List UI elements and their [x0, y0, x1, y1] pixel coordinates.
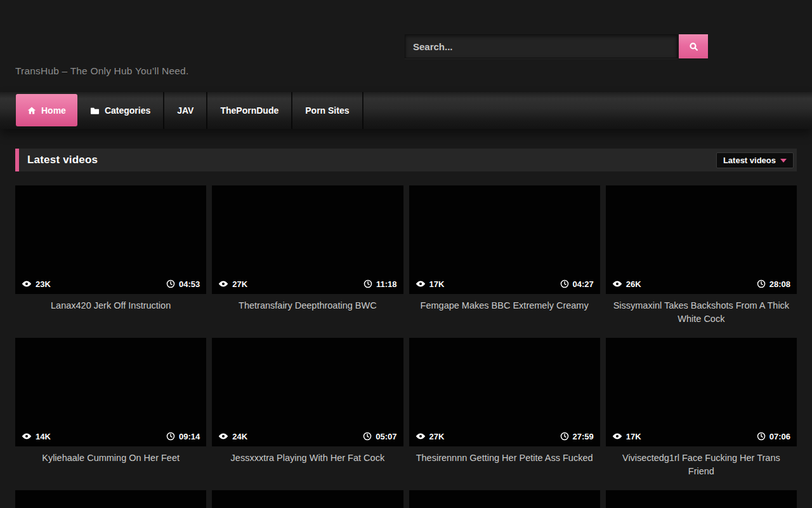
- video-stats: 27K 11:18: [212, 274, 403, 294]
- nav-item-home[interactable]: Home: [16, 94, 77, 126]
- clock-icon: [560, 432, 569, 441]
- main-nav: Home Categories JAV ThePornDude Porn Sit…: [0, 92, 812, 129]
- video-card[interactable]: 26K 28:08 Sissymaxinl Takes Backshots Fr…: [606, 185, 797, 338]
- views-count: 24K: [232, 432, 247, 441]
- video-title[interactable]: Kyliehaale Cumming On Her Feet: [15, 446, 206, 490]
- search-button[interactable]: [679, 34, 708, 58]
- duration-value: 05:07: [376, 432, 396, 441]
- video-card[interactable]: 17K 04:27 Femgape Makes BBC Extremely Cr…: [409, 185, 600, 338]
- video-thumbnail[interactable]: [212, 490, 403, 508]
- duration-stat: 05:07: [363, 432, 396, 441]
- views-stat: 14K: [22, 431, 51, 441]
- video-title[interactable]: Lanax420 Jerk Off Instruction: [15, 294, 206, 338]
- eye-icon: [416, 279, 426, 289]
- video-title[interactable]: Femgape Makes BBC Extremely Creamy: [409, 294, 600, 338]
- video-thumbnail[interactable]: 23K 04:53: [15, 185, 206, 294]
- video-stats: 27K 27:59: [409, 427, 600, 446]
- duration-value: 04:53: [179, 279, 200, 289]
- home-icon: [27, 106, 36, 115]
- folder-icon: [90, 106, 100, 116]
- eye-icon: [218, 431, 228, 441]
- views-stat: 23K: [22, 279, 51, 289]
- views-stat: 27K: [218, 279, 247, 289]
- section-header: Latest videos Latest videos: [15, 149, 797, 171]
- video-thumbnail[interactable]: 17K 07:06: [606, 338, 797, 446]
- duration-value: 28:08: [769, 279, 790, 289]
- video-card[interactable]: 27K 11:18 Thetransfairy Deepthroating BW…: [212, 185, 403, 338]
- video-card[interactable]: 24K 05:07 Jessxxxtra Playing With Her Fa…: [212, 338, 403, 490]
- views-count: 17K: [429, 279, 445, 289]
- nav-item-jav[interactable]: JAV: [164, 92, 207, 129]
- eye-icon: [416, 431, 426, 441]
- video-title[interactable]: Thetransfairy Deepthroating BWC: [212, 294, 403, 338]
- main-content: Latest videos Latest videos 23K: [0, 149, 812, 508]
- search-form: [405, 34, 708, 58]
- duration-value: 27:59: [573, 432, 594, 441]
- clock-icon: [166, 432, 175, 441]
- nav-item-label: Porn Sites: [305, 105, 349, 116]
- sort-dropdown[interactable]: Latest videos: [716, 152, 794, 168]
- video-stats: 26K 28:08: [606, 274, 797, 294]
- video-thumbnail[interactable]: 27K 27:59: [409, 338, 600, 446]
- video-stats: 17K 04:27: [409, 274, 600, 294]
- page: TransHub – The Only Hub You’ll Need. Hom…: [0, 0, 812, 508]
- clock-icon: [166, 279, 175, 288]
- video-thumbnail[interactable]: 17K 04:27: [409, 185, 600, 294]
- video-thumbnail[interactable]: [409, 490, 600, 508]
- video-stats: 17K 07:06: [606, 427, 797, 446]
- nav-item-theporndude[interactable]: ThePornDude: [207, 92, 292, 129]
- views-count: 27K: [232, 279, 247, 289]
- video-card[interactable]: [15, 490, 206, 508]
- search-input[interactable]: [405, 34, 678, 58]
- video-thumbnail[interactable]: 26K 28:08: [606, 185, 797, 294]
- video-card[interactable]: [606, 490, 797, 508]
- video-title[interactable]: Sissymaxinl Takes Backshots From A Thick…: [606, 294, 797, 338]
- views-stat: 24K: [218, 431, 247, 441]
- video-grid: 23K 04:53 Lanax420 Jerk Off Instruction: [15, 185, 797, 508]
- video-stats: 14K 09:14: [15, 427, 206, 446]
- clock-icon: [363, 432, 372, 441]
- views-count: 27K: [429, 432, 445, 441]
- clock-icon: [757, 279, 766, 288]
- duration-value: 04:27: [573, 279, 594, 289]
- chevron-down-icon: [780, 159, 787, 163]
- search-icon: [688, 41, 699, 52]
- views-count: 14K: [36, 432, 51, 441]
- video-stats: 24K 05:07: [212, 427, 403, 446]
- video-card[interactable]: [409, 490, 600, 508]
- video-thumbnail[interactable]: 27K 11:18: [212, 185, 403, 294]
- video-card[interactable]: 23K 04:53 Lanax420 Jerk Off Instruction: [15, 185, 206, 338]
- views-count: 26K: [626, 279, 641, 289]
- video-thumbnail[interactable]: 24K 05:07: [212, 338, 403, 446]
- eye-icon: [22, 431, 32, 441]
- section-title: Latest videos: [27, 154, 98, 166]
- views-count: 17K: [626, 432, 641, 441]
- duration-stat: 28:08: [757, 279, 790, 289]
- views-stat: 17K: [416, 279, 445, 289]
- video-thumbnail[interactable]: 14K 09:14: [15, 338, 206, 446]
- duration-value: 11:18: [376, 279, 397, 289]
- video-title[interactable]: Vivisectedg1rl Face Fucking Her Trans Fr…: [606, 446, 797, 490]
- video-title[interactable]: Thesirennnn Getting Her Petite Ass Fucke…: [409, 446, 600, 490]
- video-card[interactable]: 17K 07:06 Vivisectedg1rl Face Fucking He…: [606, 338, 797, 490]
- video-title[interactable]: Jessxxxtra Playing With Her Fat Cock: [212, 446, 403, 490]
- duration-stat: 04:27: [560, 279, 594, 289]
- nav-item-label: Home: [41, 105, 66, 116]
- clock-icon: [363, 279, 372, 288]
- video-stats: 23K 04:53: [15, 274, 206, 294]
- duration-stat: 09:14: [166, 432, 200, 441]
- video-card[interactable]: [212, 490, 403, 508]
- duration-value: 09:14: [179, 432, 200, 441]
- duration-stat: 27:59: [560, 432, 594, 441]
- views-count: 23K: [36, 279, 51, 289]
- video-thumbnail[interactable]: [606, 490, 797, 508]
- sort-dropdown-label: Latest videos: [723, 156, 776, 165]
- nav-item-categories[interactable]: Categories: [77, 92, 164, 129]
- views-stat: 27K: [416, 431, 445, 441]
- duration-stat: 11:18: [363, 279, 397, 289]
- video-thumbnail[interactable]: [15, 490, 206, 508]
- views-stat: 17K: [612, 431, 641, 441]
- video-card[interactable]: 27K 27:59 Thesirennnn Getting Her Petite…: [409, 338, 600, 490]
- video-card[interactable]: 14K 09:14 Kyliehaale Cumming On Her Feet: [15, 338, 206, 490]
- nav-item-porn-sites[interactable]: Porn Sites: [292, 92, 363, 129]
